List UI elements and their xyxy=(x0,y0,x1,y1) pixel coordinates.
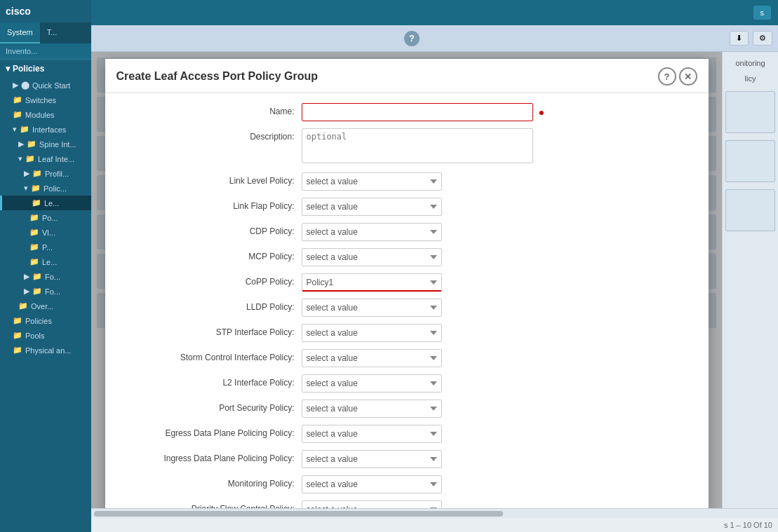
folder-icon: 📁 xyxy=(25,154,35,163)
top-bar-btn-1[interactable]: s xyxy=(753,6,772,20)
field-label-4: CoPP Policy: xyxy=(119,273,302,287)
chevron-down-icon: ▾ xyxy=(24,184,28,193)
description-control-wrap xyxy=(302,128,695,165)
sidebar-item-profiles[interactable]: ▶ 📁 Profil... xyxy=(0,166,91,181)
field-label-10: Egress Data Plane Policing Policy: xyxy=(119,425,302,438)
sidebar-item-over[interactable]: 📁 Over... xyxy=(0,299,91,313)
modal-help-btn[interactable]: ? xyxy=(658,67,676,86)
horizontal-scrollbar[interactable] xyxy=(91,508,778,518)
field-select-10[interactable]: select a value xyxy=(302,425,442,443)
folder-icon: 📁 xyxy=(32,198,41,207)
help-icon[interactable]: ? xyxy=(404,31,420,46)
sidebar-item-vl[interactable]: 📁 Vl... xyxy=(0,225,91,240)
h-scroll-thumb[interactable] xyxy=(94,511,503,517)
sidebar-item-p[interactable]: 📁 P... xyxy=(0,240,91,254)
field-select-0[interactable]: select a value xyxy=(302,172,442,191)
field-select-12[interactable]: select a value xyxy=(302,475,442,493)
field-control-wrap-8: select a value xyxy=(302,374,695,393)
sidebar-item-leaf-inte[interactable]: ▾ 📁 Leaf Inte... xyxy=(0,151,91,166)
form-row-field-9: Port Security Policy:select a value xyxy=(119,400,695,418)
right-panel-box-2 xyxy=(725,140,775,182)
modal-dialog: Create Leaf Access Port Policy Group ? ✕… xyxy=(105,59,709,508)
field-control-wrap-10: select a value xyxy=(302,425,695,443)
form-row-field-0: Link Level Policy:select a value xyxy=(119,172,695,191)
folder-icon: 📁 xyxy=(32,287,42,296)
field-select-6[interactable]: select a value xyxy=(302,324,442,342)
form-row-field-4: CoPP Policy:Policy1 xyxy=(119,273,695,292)
sidebar-item-le[interactable]: 📁 Le... xyxy=(0,196,91,210)
field-control-wrap-4: Policy1 xyxy=(302,273,695,292)
field-select-7[interactable]: select a value xyxy=(302,349,442,367)
field-label-5: LLDP Policy: xyxy=(119,299,302,312)
field-select-13[interactable]: select a value xyxy=(302,500,442,508)
folder-icon: 📁 xyxy=(29,228,39,237)
sidebar-item-quick-start[interactable]: ▶ ⬤ Quick Start xyxy=(0,78,91,93)
sidebar-item-pools[interactable]: 📁 Pools xyxy=(0,328,91,343)
tab-system[interactable]: System xyxy=(0,22,40,43)
form-row-field-6: STP Interface Policy:select a value xyxy=(119,324,695,342)
sidebar-item-switches[interactable]: 📁 Switches xyxy=(0,93,91,107)
pagination: s 1 – 10 Of 10 xyxy=(91,518,778,532)
chevron-down-icon: ▾ xyxy=(18,154,22,163)
modal-title: Create Leaf Access Port Policy Group xyxy=(116,70,318,83)
field-select-8[interactable]: select a value xyxy=(302,374,442,393)
sidebar-item-modules[interactable]: 📁 Modules xyxy=(0,107,91,122)
field-select-1[interactable]: select a value xyxy=(302,198,442,216)
sidebar-inventory[interactable]: Invento... xyxy=(0,43,91,60)
field-label-6: STP Interface Policy: xyxy=(119,324,302,337)
form-row-field-13: Priority Flow Control Policy:select a va… xyxy=(119,500,695,508)
folder-icon: 📁 xyxy=(13,110,22,119)
chevron-right-icon: ▶ xyxy=(13,81,18,90)
modal-header-icons: ? ✕ xyxy=(658,67,697,86)
sidebar-item-fo1[interactable]: ▶ 📁 Fo... xyxy=(0,269,91,284)
form-row-description: Description: xyxy=(119,128,695,165)
sidebar-item-policies-top[interactable]: 📁 Policies xyxy=(0,313,91,328)
folder-icon: 📁 xyxy=(32,169,42,178)
sidebar-item-le2[interactable]: 📁 Le... xyxy=(0,254,91,269)
modal-close-btn[interactable]: ✕ xyxy=(679,67,697,86)
sidebar-item-po[interactable]: 📁 Po... xyxy=(0,210,91,225)
chevron-down-icon: ▾ xyxy=(13,125,17,134)
sidebar-item-policies-sub[interactable]: ▾ 📁 Polic... xyxy=(0,181,91,196)
field-select-11[interactable]: select a value xyxy=(302,450,442,468)
sidebar-item-fo2[interactable]: ▶ 📁 Fo... xyxy=(0,284,91,299)
tab-t[interactable]: T... xyxy=(40,22,65,43)
form-row-field-11: Ingress Data Plane Policing Policy:selec… xyxy=(119,450,695,468)
field-control-wrap-12: select a value xyxy=(302,475,695,493)
name-label: Name: xyxy=(119,103,302,116)
folder-icon: 📁 xyxy=(18,301,28,311)
field-label-1: Link Flap Policy: xyxy=(119,198,302,211)
chevron-right-icon: ▶ xyxy=(24,169,29,178)
sidebar-item-interfaces[interactable]: ▾ 📁 Interfaces xyxy=(0,122,91,137)
sidebar-logo: cisco xyxy=(0,0,91,22)
form-row-name: Name: ● xyxy=(119,103,695,121)
form-row-field-8: L2 Interface Policy:select a value xyxy=(119,374,695,393)
download-btn[interactable]: ⬇ xyxy=(730,31,749,46)
chevron-down-icon: ▾ xyxy=(6,64,10,74)
table-area: Create Leaf Access Port Policy Group ? ✕… xyxy=(91,52,722,508)
tools-btn[interactable]: ⚙ xyxy=(753,31,772,46)
field-select-2[interactable]: select a value xyxy=(302,223,442,241)
field-control-wrap-3: select a value xyxy=(302,248,695,266)
field-control-wrap-9: select a value xyxy=(302,400,695,418)
name-input[interactable] xyxy=(302,103,533,121)
field-select-3[interactable]: select a value xyxy=(302,248,442,266)
field-label-12: Monitoring Policy: xyxy=(119,475,302,489)
folder-icon: 📁 xyxy=(29,243,39,252)
sidebar-item-physical-and[interactable]: 📁 Physical an... xyxy=(0,343,91,357)
policy-fields-container: Link Level Policy:select a valueLink Fla… xyxy=(119,172,695,508)
field-select-9[interactable]: select a value xyxy=(302,400,442,418)
description-textarea[interactable] xyxy=(302,128,533,163)
sidebar-item-spine-int[interactable]: ▶ 📁 Spine Int... xyxy=(0,137,91,151)
content-toolbar: ? ⬇ ⚙ xyxy=(91,25,778,52)
main-content: s ? ⬇ ⚙ xyxy=(91,0,778,532)
right-panel-box-3 xyxy=(725,189,775,231)
field-control-wrap-5: select a value xyxy=(302,299,695,317)
folder-icon: 📁 xyxy=(31,184,41,193)
chevron-right-icon: ▶ xyxy=(18,139,24,149)
form-row-field-10: Egress Data Plane Policing Policy:select… xyxy=(119,425,695,443)
form-row-field-12: Monitoring Policy:select a value xyxy=(119,475,695,493)
field-select-5[interactable]: select a value xyxy=(302,299,442,317)
field-select-4[interactable]: Policy1 xyxy=(302,273,442,292)
right-panel-box-1 xyxy=(725,91,775,133)
